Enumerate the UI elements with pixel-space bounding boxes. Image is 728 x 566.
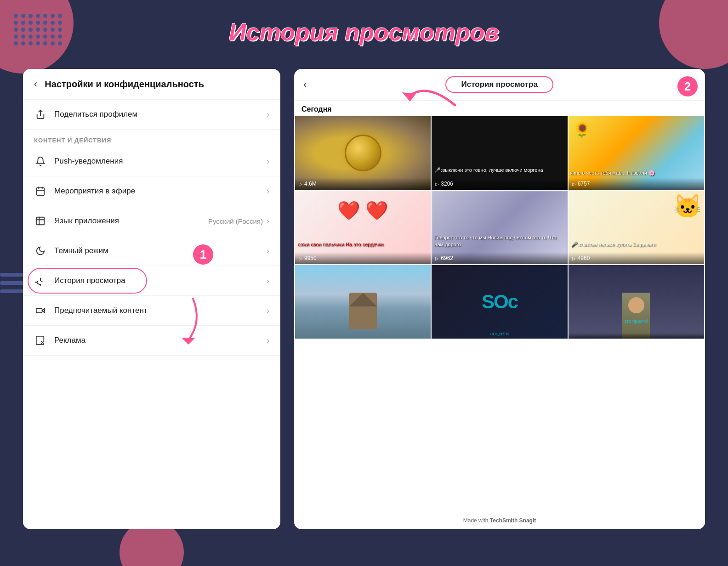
made-with-label: Made with	[463, 517, 489, 524]
ads-icon	[34, 334, 47, 347]
settings-header: ‹ Настройки и конфиденциальность	[23, 69, 280, 100]
share-icon	[34, 108, 47, 121]
history-panel: ‹ История просмотра ⚙ 2 Сегодня	[294, 69, 705, 529]
arrow-2	[372, 73, 464, 110]
video-4-text: сожи свои пальчики На это сердечки	[295, 239, 431, 249]
svg-marker-10	[182, 338, 195, 345]
calendar-icon	[34, 185, 47, 198]
watch-history-label: История просмотра	[54, 276, 267, 285]
video-thumb-2[interactable]: 🎤:выключи это говно, лучше включи морген…	[432, 116, 567, 190]
chevron-right-icon: ›	[267, 216, 269, 226]
bell-icon	[34, 155, 47, 168]
settings-item-push[interactable]: Push-уведомления ›	[23, 147, 280, 176]
history-icon	[34, 274, 47, 287]
history-back-button[interactable]: ‹	[303, 79, 307, 91]
settings-back-button[interactable]: ‹	[34, 78, 37, 90]
soc-watermark: SOc	[482, 291, 518, 313]
step-badge-1: 1	[193, 244, 213, 265]
moon-icon	[34, 244, 47, 257]
badge-1-label: 1	[200, 248, 206, 262]
video-grid: ▷ 4,6M 🎤:выключи это говно, лучше включи…	[294, 116, 705, 339]
video-4-count: ▷ 9950	[299, 255, 427, 261]
step-badge-2: 2	[677, 76, 698, 96]
settings-item-share-profile[interactable]: Поделиться профилем ›	[23, 100, 280, 130]
page-title: История просмотров	[229, 18, 499, 46]
chevron-right-icon: ›	[267, 336, 269, 345]
badge-2-label: 2	[684, 79, 691, 94]
dots-grid	[14, 14, 63, 45]
dark-mode-label: Темный режим	[54, 246, 267, 255]
language-icon	[34, 215, 47, 227]
video-3-count: ▷ 6757	[572, 181, 700, 187]
settings-item-live[interactable]: Мероприятия в эфире ›	[23, 176, 280, 206]
settings-panel-title: Настройки и конфиденциальность	[45, 79, 204, 90]
language-value: Русский (Россия)	[208, 217, 263, 225]
settings-item-ads[interactable]: Реклама ›	[23, 326, 280, 356]
video-5-overlay: ▷ 6962	[432, 252, 567, 264]
chevron-right-icon: ›	[267, 157, 269, 166]
video-thumb-6[interactable]: 🐱 🎤:счастье нельзя купить За деньги ▷ 49…	[569, 191, 704, 264]
svg-rect-8	[36, 308, 42, 312]
video-thumb-9[interactable]: это просто!	[569, 265, 704, 339]
history-section-today: Сегодня	[294, 101, 705, 116]
language-label: Язык приложения	[54, 216, 208, 226]
chevron-right-icon: ›	[267, 187, 269, 196]
settings-item-watch-history[interactable]: История просмотра ›	[23, 266, 280, 296]
video-9-text: это просто!	[569, 319, 703, 324]
video-4-overlay: ▷ 9950	[295, 252, 431, 264]
video-6-overlay: ▷ 4960	[569, 252, 704, 264]
push-label: Push-уведомления	[54, 157, 267, 166]
svg-marker-11	[402, 92, 416, 102]
preferred-content-label: Предпочитаемый контент	[54, 306, 267, 315]
settings-panel: ‹ Настройки и конфиденциальность Поделит…	[23, 69, 280, 529]
video-thumb-1[interactable]: ▷ 4,6M	[295, 116, 431, 190]
settings-item-preferred-content[interactable]: Предпочитаемый контент ›	[23, 296, 280, 326]
soc-subtitle: соцсети	[432, 331, 567, 336]
video-thumb-4[interactable]: ❤️ ❤️ сожи свои пальчики На это сердечки…	[295, 191, 431, 264]
settings-item-language[interactable]: Язык приложения Русский (Россия) ›	[23, 206, 280, 236]
history-title-pill: История просмотра	[312, 76, 687, 93]
video-5-count: ▷ 6962	[435, 255, 563, 261]
video-6-count: ▷ 4960	[572, 255, 700, 261]
video-3-overlay: ▷ 6757	[569, 178, 704, 190]
video-thumb-7[interactable]	[295, 265, 431, 339]
video-thumb-8[interactable]: SOc соцсети	[432, 265, 567, 339]
ads-label: Реклама	[54, 336, 267, 345]
chevron-right-icon: ›	[267, 306, 269, 316]
video-thumb-3[interactable]: 🌻 кинь в честь тебя мар... Назвали 🌸 ▷ 6…	[569, 116, 704, 190]
video-1-overlay: ▷ 4,6M	[295, 178, 431, 190]
video-5-text: Говорят что то что мы Носим под чехлом э…	[432, 232, 567, 249]
video-1-count: ▷ 4,6M	[299, 181, 427, 187]
content-area: ‹ Настройки и конфиденциальность Поделит…	[23, 69, 705, 529]
video-9-overlay	[569, 333, 704, 339]
arrow-1	[165, 294, 221, 349]
video-2-text: 🎤:выключи это говно, лучше включи морген…	[432, 165, 567, 175]
video-2-overlay: ▷ 3206	[432, 178, 567, 190]
video-icon	[34, 304, 47, 317]
video-thumb-5[interactable]: Говорят что то что мы Носим под чехлом э…	[432, 191, 567, 264]
brand-label: TechSmith Snagit	[490, 517, 536, 524]
settings-item-dark-mode[interactable]: Темный режим ›	[23, 236, 280, 266]
live-label: Мероприятия в эфире	[54, 187, 267, 196]
history-header: ‹ История просмотра ⚙ 2	[294, 69, 705, 101]
deco-circle-top-right	[659, 0, 728, 69]
share-profile-label: Поделиться профилем	[54, 110, 267, 119]
svg-rect-1	[37, 188, 45, 196]
made-with-bar: Made with TechSmith Snagit	[294, 515, 705, 526]
chevron-right-icon: ›	[267, 276, 269, 286]
video-6-text: 🎤:счастье нельзя купить За деньги	[569, 239, 704, 249]
svg-rect-5	[37, 217, 45, 225]
chevron-right-icon: ›	[267, 246, 269, 256]
video-2-count: ▷ 3206	[435, 181, 563, 187]
chevron-right-icon: ›	[267, 110, 269, 119]
content-section-label: КОНТЕНТ И ДЕЙСТВИЯ	[23, 130, 280, 147]
